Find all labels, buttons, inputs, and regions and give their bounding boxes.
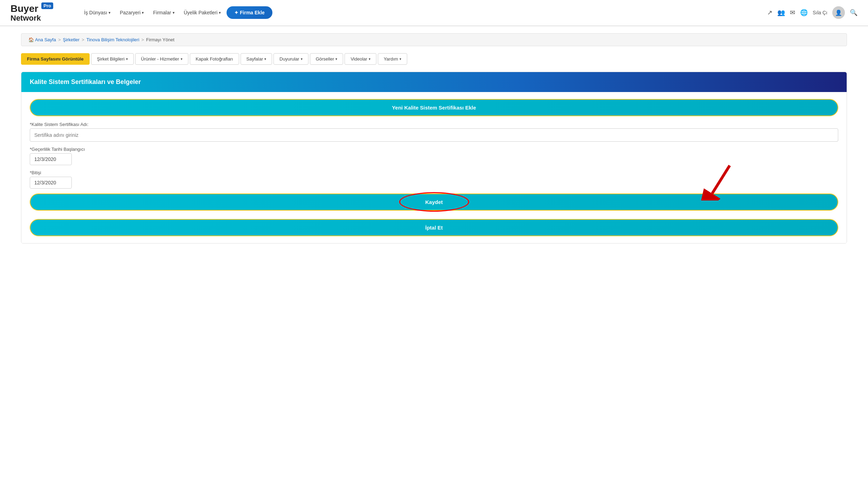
breadcrumb: 🏠 Ana Sayfa > Şirketler > Tinova Bilişim…: [21, 33, 847, 46]
tab-sayfalar[interactable]: Sayfalar ▾: [241, 53, 272, 65]
firma-ekle-button[interactable]: ✦ Firma Ekle: [227, 6, 272, 19]
breadcrumb-current: Firmayı Yönet: [146, 37, 174, 42]
card-title: Kalite Sistem Sertifikaları ve Belgeler: [30, 78, 838, 86]
start-date-field[interactable]: 12/3/2020: [30, 153, 72, 165]
external-link-icon[interactable]: ↗: [767, 9, 772, 16]
chevron-down-icon: ▾: [264, 57, 266, 61]
logo-network-text: Network: [11, 14, 53, 22]
chevron-down-icon: ▾: [335, 57, 337, 61]
breadcrumb-sep-2: >: [82, 37, 84, 42]
nav-icons: ↗ 👥 ✉ 🌐 Sıla Çı 👤 🔍: [767, 6, 857, 19]
chevron-down-icon: ▾: [173, 10, 175, 15]
end-date-field[interactable]: 12/3/2020: [30, 177, 72, 189]
tab-videolar[interactable]: Videolar ▾: [345, 53, 376, 65]
breadcrumb-home[interactable]: 🏠 Ana Sayfa: [28, 37, 56, 42]
tab-sirket-bilgileri[interactable]: Şirket Bilgileri ▾: [91, 53, 134, 65]
card-body: Yeni Kalite Sistem Sertifikası Ekle *Kal…: [21, 92, 847, 243]
tab-firma-sayfasi[interactable]: Firma Sayfasını Görüntüle: [21, 53, 90, 65]
cert-name-input[interactable]: [30, 128, 838, 142]
nav-item-firmalar[interactable]: Firmalar ▾: [150, 8, 178, 17]
main-card: Kalite Sistem Sertifikaları ve Belgeler …: [21, 72, 847, 244]
globe-icon[interactable]: 🌐: [800, 9, 808, 16]
chevron-down-icon: ▾: [369, 57, 370, 61]
tabs-bar: Firma Sayfasını Görüntüle Şirket Bilgile…: [21, 53, 847, 65]
breadcrumb-sirketler[interactable]: Şirketler: [63, 37, 79, 42]
tab-duyurular[interactable]: Duyurular ▾: [273, 53, 308, 65]
breadcrumb-sep-3: >: [141, 37, 144, 42]
chevron-down-icon: ▾: [109, 10, 111, 15]
nav-menu: İş Dünyası ▾ Pazaryeri ▾ Firmalar ▾ Üyel…: [81, 6, 760, 19]
add-cert-button[interactable]: Yeni Kalite Sistem Sertifikası Ekle: [30, 99, 838, 116]
logo-buyer-text: Buyer: [11, 3, 38, 14]
logo-pro-badge: Pro: [41, 2, 53, 9]
save-annotation-area: Kaydet: [30, 193, 838, 215]
mail-icon[interactable]: ✉: [790, 9, 795, 16]
start-date-label: *Geçerlilik Tarihi Başlangıcı: [30, 147, 838, 152]
end-date-label: *Bitişi: [30, 170, 838, 175]
nav-item-is-dunyasi[interactable]: İş Dünyası ▾: [81, 8, 114, 17]
breadcrumb-sep-1: >: [58, 37, 61, 42]
navbar: Buyer Pro Network İş Dünyası ▾ Pazaryeri…: [0, 0, 868, 26]
svg-line-1: [712, 165, 730, 193]
chevron-down-icon: ▾: [301, 57, 303, 61]
chevron-down-icon: ▾: [126, 57, 128, 61]
save-button[interactable]: Kaydet: [30, 193, 838, 211]
chevron-down-icon: ▾: [181, 57, 182, 61]
tab-yardim[interactable]: Yardım ▾: [378, 53, 407, 65]
chevron-down-icon: ▾: [400, 57, 401, 61]
logo[interactable]: Buyer Pro Network: [11, 3, 67, 22]
tab-urunler-hizmetler[interactable]: Ürünler - Hizmetler ▾: [135, 53, 188, 65]
tab-gorseller[interactable]: Görseller ▾: [310, 53, 343, 65]
card-header: Kalite Sistem Sertifikaları ve Belgeler: [21, 72, 847, 92]
nav-item-pazaryeri[interactable]: Pazaryeri ▾: [116, 8, 147, 17]
search-icon[interactable]: 🔍: [850, 9, 857, 16]
chevron-down-icon: ▾: [219, 10, 221, 15]
avatar[interactable]: 👤: [832, 6, 845, 19]
breadcrumb-tinova[interactable]: Tinova Bilişim Teknolojileri: [86, 37, 139, 42]
nav-item-uyelik[interactable]: Üyelik Paketleri ▾: [180, 8, 224, 17]
tab-kapak-fotograflari[interactable]: Kapak Fotoğrafları: [190, 53, 239, 65]
chevron-down-icon: ▾: [142, 10, 144, 15]
user-name[interactable]: Sıla Çı: [813, 10, 827, 15]
cert-name-label: *Kalite Sistem Sertifikası Adı:: [30, 122, 838, 127]
cancel-button[interactable]: İptal Et: [30, 219, 838, 236]
users-icon[interactable]: 👥: [777, 9, 785, 16]
